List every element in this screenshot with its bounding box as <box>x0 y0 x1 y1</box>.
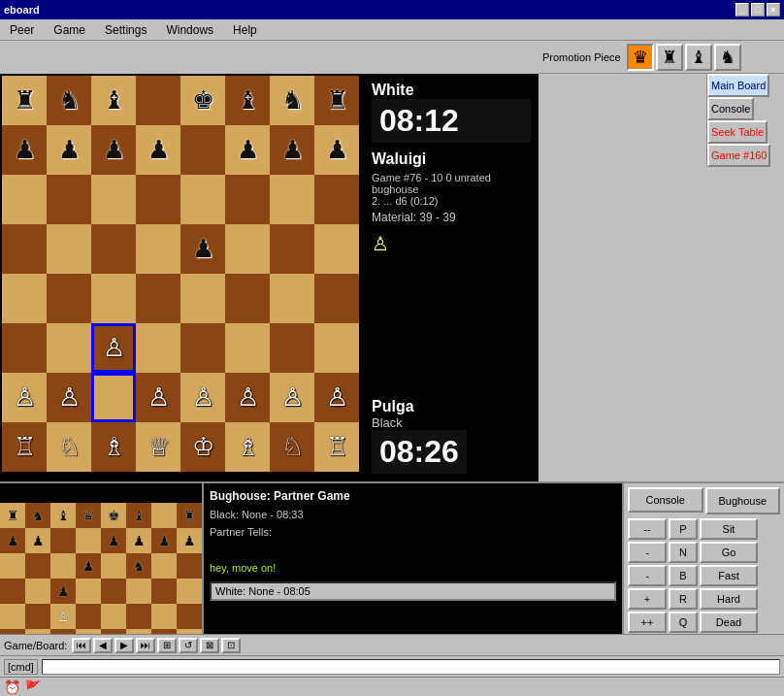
nav-refresh[interactable]: ↺ <box>179 638 198 653</box>
ctrl-btn-3-0[interactable]: + <box>628 588 667 610</box>
nav-first[interactable]: ⏮ <box>72 638 91 653</box>
mini-cell-3-0[interactable] <box>0 579 25 604</box>
cell-6-6[interactable]: ♙ <box>270 373 314 422</box>
mini-cell-4-2[interactable]: ♙ <box>50 604 76 629</box>
menu-peer[interactable]: Peer <box>4 21 40 39</box>
cell-1-7[interactable]: ♟ <box>314 125 359 175</box>
menu-settings[interactable]: Settings <box>99 21 152 39</box>
menu-game[interactable]: Game <box>48 21 91 39</box>
mini-cell-0-6[interactable] <box>151 503 177 528</box>
cell-3-4[interactable]: ♟ <box>180 224 225 274</box>
mini-cell-0-5[interactable]: ♝ <box>126 503 151 528</box>
cell-4-0[interactable] <box>2 274 47 323</box>
mini-cell-2-4[interactable] <box>101 553 126 579</box>
cell-1-2[interactable]: ♟ <box>91 125 136 175</box>
cell-5-4[interactable] <box>180 323 225 373</box>
mini-cell-2-5[interactable]: ♞ <box>126 553 151 579</box>
ctrl-btn-4-0[interactable]: ++ <box>628 612 667 633</box>
cell-7-6[interactable]: ♘ <box>270 422 314 472</box>
nav-close2[interactable]: ⊡ <box>221 638 241 653</box>
mini-cell-2-1[interactable] <box>25 553 50 579</box>
mini-cell-3-3[interactable] <box>76 579 101 604</box>
mini-cell-4-1[interactable] <box>25 604 50 629</box>
cell-4-1[interactable] <box>47 274 91 323</box>
cell-2-2[interactable] <box>91 175 136 224</box>
cell-6-1[interactable]: ♙ <box>47 373 91 422</box>
cell-7-4[interactable]: ♔ <box>180 422 225 472</box>
mini-cell-0-0[interactable]: ♜ <box>0 503 25 528</box>
game160-button[interactable]: Game #160 <box>707 144 770 167</box>
promo-rook[interactable]: ♜ <box>656 44 683 71</box>
cell-2-5[interactable] <box>225 175 270 224</box>
mini-cell-4-0[interactable] <box>0 604 25 629</box>
cell-5-6[interactable] <box>270 323 314 373</box>
cell-5-5[interactable] <box>225 323 270 373</box>
ctrl-btn-3-2[interactable]: Hard <box>700 588 758 610</box>
cell-2-1[interactable] <box>47 175 91 224</box>
mini-cell-4-7[interactable] <box>177 604 202 629</box>
ctrl-btn-1-1[interactable]: N <box>669 542 698 563</box>
cell-0-7[interactable]: ♜ <box>314 76 359 125</box>
cell-0-1[interactable]: ♞ <box>47 76 91 125</box>
cell-4-6[interactable] <box>270 274 314 323</box>
cell-5-3[interactable] <box>136 323 180 373</box>
mini-cell-3-2[interactable]: ♟ <box>50 579 76 604</box>
cell-3-0[interactable] <box>2 224 47 274</box>
cell-7-0[interactable]: ♖ <box>2 422 47 472</box>
mini-cell-1-0[interactable]: ♟ <box>0 528 25 553</box>
mini-cell-0-4[interactable]: ♚ <box>101 503 126 528</box>
cell-4-3[interactable] <box>136 274 180 323</box>
cell-4-2[interactable] <box>91 274 136 323</box>
main-board-button[interactable]: Main Board <box>707 74 769 97</box>
cell-6-2[interactable] <box>91 373 136 422</box>
cell-6-4[interactable]: ♙ <box>180 373 225 422</box>
ctrl-btn-1-2[interactable]: Go <box>700 542 758 563</box>
ctrl-btn-4-1[interactable]: Q <box>669 612 698 633</box>
cell-3-1[interactable] <box>47 224 91 274</box>
minimize-button[interactable]: _ <box>735 3 749 17</box>
mini-cell-1-4[interactable]: ♟ <box>101 528 126 553</box>
mini-cell-1-2[interactable] <box>50 528 76 553</box>
cell-3-5[interactable] <box>225 224 270 274</box>
cell-5-1[interactable] <box>47 323 91 373</box>
cell-7-5[interactable]: ♗ <box>225 422 270 472</box>
nav-next[interactable]: ▶ <box>114 638 134 653</box>
mini-cell-2-6[interactable] <box>151 553 177 579</box>
cell-5-0[interactable] <box>2 323 47 373</box>
cell-5-2[interactable]: ♙ <box>91 323 136 373</box>
ctrl-btn-2-1[interactable]: B <box>669 565 698 586</box>
cell-6-0[interactable]: ♙ <box>2 373 47 422</box>
cmd-input[interactable] <box>42 659 780 675</box>
nav-prev[interactable]: ◀ <box>93 638 113 653</box>
maximize-button[interactable]: □ <box>751 3 765 17</box>
mini-cell-3-1[interactable] <box>25 579 50 604</box>
promo-queen[interactable]: ♛ <box>627 44 654 71</box>
cell-2-7[interactable] <box>314 175 359 224</box>
cell-4-4[interactable] <box>180 274 225 323</box>
nav-close1[interactable]: ⊠ <box>200 638 219 653</box>
console-button[interactable]: Console <box>707 97 754 120</box>
cell-6-7[interactable]: ♙ <box>314 373 359 422</box>
cell-6-3[interactable]: ♙ <box>136 373 180 422</box>
mini-cell-4-4[interactable] <box>101 604 126 629</box>
ctrl-btn-2-2[interactable]: Fast <box>700 565 758 586</box>
mini-cell-4-5[interactable] <box>126 604 151 629</box>
cell-3-3[interactable] <box>136 224 180 274</box>
ctrl-btn-0-1[interactable]: P <box>669 518 698 540</box>
nav-last[interactable]: ⏭ <box>136 638 155 653</box>
cell-1-6[interactable]: ♟ <box>270 125 314 175</box>
cell-1-3[interactable]: ♟ <box>136 125 180 175</box>
cell-3-2[interactable] <box>91 224 136 274</box>
cell-2-4[interactable] <box>180 175 225 224</box>
mini-cell-2-7[interactable] <box>177 553 202 579</box>
bughouse-btn[interactable]: Bughouse <box>705 487 781 514</box>
mini-cell-0-2[interactable]: ♝ <box>50 503 76 528</box>
cell-1-5[interactable]: ♟ <box>225 125 270 175</box>
cell-1-0[interactable]: ♟ <box>2 125 47 175</box>
promo-knight[interactable]: ♞ <box>714 44 741 71</box>
cell-3-7[interactable] <box>314 224 359 274</box>
ctrl-btn-0-2[interactable]: Sit <box>700 518 758 540</box>
chess-board[interactable]: ♜♞♝♚♝♞♜♟♟♟♟♟♟♟♟♙♙♙♙♙♙♙♙♖♘♗♕♔♗♘♖ <box>2 76 361 474</box>
cell-7-1[interactable]: ♘ <box>47 422 91 472</box>
cell-0-0[interactable]: ♜ <box>2 76 47 125</box>
